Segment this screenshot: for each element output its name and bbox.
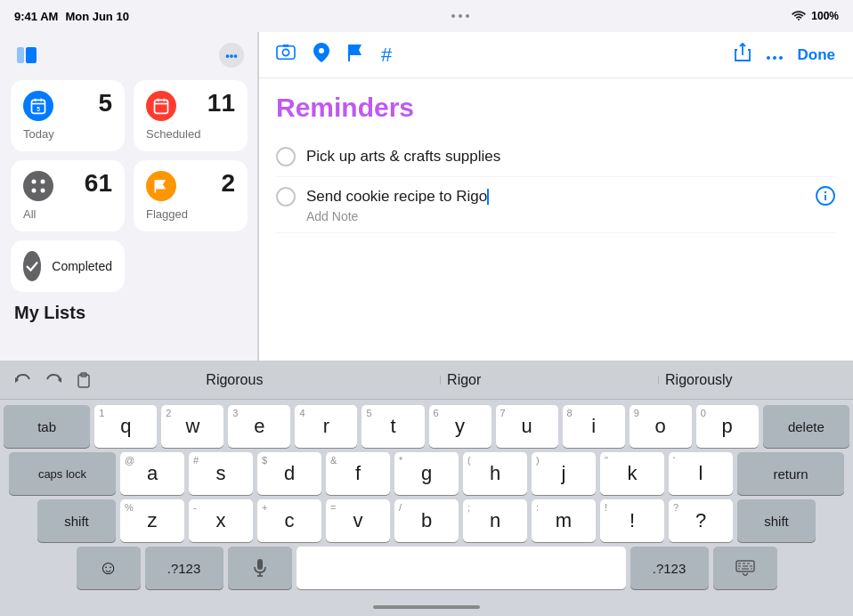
key-l[interactable]: 'l (669, 452, 733, 495)
numbers-key-right[interactable]: .?123 (630, 547, 709, 589)
scheduled-count: 11 (207, 91, 235, 116)
key-n[interactable]: ;n (463, 499, 527, 542)
toolbar-right: Done (734, 43, 836, 67)
reminder-note-2[interactable]: Add Note (306, 209, 805, 223)
delete-key[interactable]: delete (763, 405, 849, 448)
svg-rect-34 (257, 559, 263, 570)
key-p[interactable]: 0p (696, 405, 759, 448)
key-a[interactable]: @a (120, 452, 184, 495)
key-h[interactable]: (h (463, 452, 527, 495)
key-f[interactable]: &f (326, 452, 390, 495)
hash-icon[interactable]: # (381, 44, 392, 67)
key-d[interactable]: $d (257, 452, 321, 495)
key-z[interactable]: %z (120, 499, 184, 542)
today-icon: 5 (23, 91, 53, 121)
smart-lists-grid: 5 5 Today (11, 80, 248, 231)
key-u[interactable]: 7u (496, 405, 558, 448)
key-t[interactable]: 5t (362, 405, 424, 448)
completed-icon (23, 251, 41, 281)
svg-point-15 (41, 189, 45, 193)
suggestions-bar: Rigorous Rigor Rigorously (0, 361, 853, 400)
svg-rect-1 (17, 47, 24, 63)
reminder-text-2[interactable]: Send cookie recipe to Rigo (306, 186, 805, 207)
status-dot-1 (451, 14, 455, 18)
key-o[interactable]: 9o (630, 405, 692, 448)
kb-bottom-row: ☺ .?123 .?123 (4, 547, 849, 589)
key-v[interactable]: =v (326, 499, 390, 542)
svg-point-25 (773, 56, 776, 60)
smart-list-scheduled[interactable]: 11 Scheduled (134, 80, 248, 151)
sidebar-header: ••• (11, 43, 248, 68)
done-button[interactable]: Done (798, 46, 836, 64)
microphone-key[interactable] (228, 547, 292, 589)
hide-keyboard-key[interactable] (713, 547, 777, 589)
suggestion-0[interactable]: Rigorous (199, 369, 270, 392)
reminder-text-1[interactable]: Pick up arts & crafts supplies (306, 146, 835, 167)
tab-key[interactable]: tab (4, 405, 90, 448)
key-exclaim[interactable]: !! (600, 499, 664, 542)
redo-button[interactable] (41, 368, 66, 393)
share-icon[interactable] (734, 43, 751, 67)
key-b[interactable]: /b (394, 499, 459, 542)
svg-point-26 (779, 56, 783, 60)
reminder-checkbox-1[interactable] (276, 147, 296, 166)
key-r[interactable]: 4r (295, 405, 357, 448)
key-w[interactable]: 2w (161, 405, 223, 448)
caps-lock-key[interactable]: caps lock (9, 452, 116, 495)
key-x[interactable]: -x (189, 499, 253, 542)
reminder-item-2: Send cookie recipe to Rigo Add Note (276, 177, 835, 233)
return-key[interactable]: return (737, 452, 844, 495)
status-dot-2 (459, 14, 462, 18)
shift-right-key[interactable]: shift (737, 499, 816, 542)
emoji-key[interactable]: ☺ (77, 547, 141, 589)
today-label: Today (23, 127, 112, 141)
key-c[interactable]: +c (257, 499, 321, 542)
suggestion-2[interactable]: Rigorously (658, 369, 740, 392)
key-y[interactable]: 6y (429, 405, 491, 448)
smart-list-all[interactable]: 61 All (11, 160, 125, 231)
flagged-count: 2 (221, 171, 235, 196)
key-i[interactable]: 8i (563, 405, 625, 448)
svg-point-14 (32, 189, 37, 193)
smart-list-completed[interactable]: Completed (11, 240, 125, 292)
photo-icon[interactable] (276, 44, 296, 66)
shift-left-key[interactable]: shift (37, 499, 116, 542)
key-q[interactable]: 1q (94, 405, 157, 448)
kb-row-2: caps lock @a #s $d &f *g (h )j (4, 452, 849, 495)
all-count: 61 (85, 171, 112, 196)
key-s[interactable]: #s (189, 452, 253, 495)
key-m[interactable]: :m (532, 499, 596, 542)
key-j[interactable]: )j (532, 452, 596, 495)
undo-button[interactable] (11, 368, 36, 393)
suggestion-1[interactable]: Rigor (440, 369, 488, 392)
smart-list-today[interactable]: 5 5 Today (11, 80, 125, 151)
flagged-label: Flagged (146, 207, 235, 221)
svg-rect-2 (26, 47, 37, 63)
svg-text:5: 5 (37, 106, 40, 112)
reminders-title: Reminders (276, 93, 835, 123)
key-question[interactable]: ?? (669, 499, 733, 542)
smart-list-flagged[interactable]: 2 Flagged (134, 160, 248, 231)
reminder-checkbox-2[interactable] (276, 187, 296, 207)
key-k[interactable]: "k (600, 452, 664, 495)
scheduled-label: Scheduled (146, 127, 235, 141)
sidebar-toggle-icon[interactable] (14, 43, 39, 68)
all-label: All (23, 207, 112, 221)
svg-point-21 (319, 48, 324, 53)
svg-point-19 (282, 49, 288, 55)
key-e[interactable]: 3e (228, 405, 290, 448)
key-g[interactable]: *g (394, 452, 459, 495)
space-key[interactable] (297, 547, 626, 589)
status-dot-3 (466, 14, 469, 18)
flag-icon[interactable] (347, 43, 363, 67)
clipboard-button[interactable] (71, 368, 96, 393)
status-wifi-icon (792, 10, 806, 23)
more-icon[interactable] (766, 45, 784, 65)
sidebar-more-button[interactable]: ••• (219, 43, 244, 68)
svg-rect-20 (282, 45, 288, 47)
numbers-key-left[interactable]: .?123 (145, 547, 223, 589)
location-icon[interactable] (313, 43, 329, 67)
my-lists-heading: My Lists (11, 292, 248, 327)
reminder-info-button-2[interactable] (816, 186, 835, 210)
home-indicator (0, 598, 853, 616)
